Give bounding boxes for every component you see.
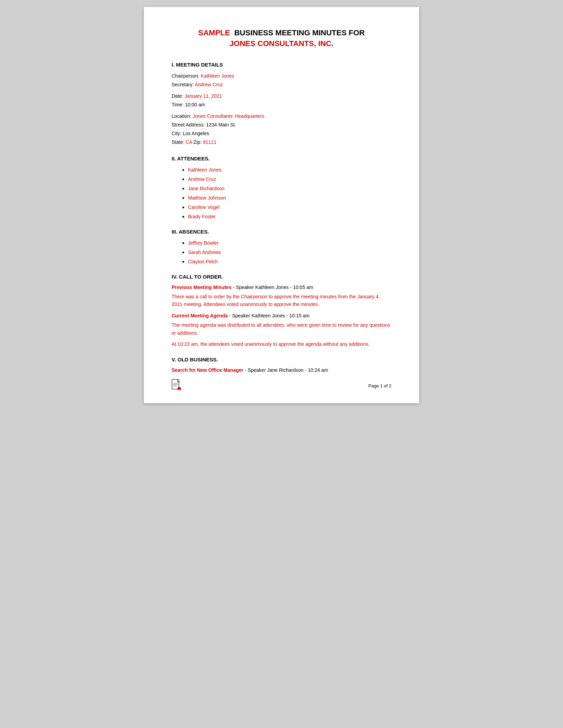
street-value: 1234 Main St. [206, 122, 236, 128]
location-value: Jones Consultants' Headquarters [193, 113, 265, 119]
street-label: Street Address: [172, 122, 206, 128]
list-item: Jane Richardson [182, 185, 391, 192]
meeting-details-heading: I. MEETING DETAILS [172, 62, 391, 68]
new-office-manager-rest: - Speaker Jane Richardson - 10:24 am [243, 367, 328, 373]
current-agenda-rest: - Speaker Kathleen Jones - 10:15 am [228, 313, 310, 318]
chairperson-label: Chairperson: [172, 73, 201, 79]
previous-minutes-bold: Previous Meeting Minutes [172, 284, 232, 290]
absences-section: III. ABSENCES. Jeffrey Bowler Sarah Andr… [172, 229, 391, 265]
chairperson-field: Chairperson: Kathleen Jones [172, 72, 391, 80]
current-agenda-body2: At 10:23 am, the attendees voted unanimo… [172, 340, 391, 348]
absences-list: Jeffrey Bowler Sarah Andrews Clayton Pel… [182, 239, 391, 265]
zip-value: 91111 [203, 139, 216, 145]
list-item: Andrew Cruz [182, 176, 391, 183]
city-label: City: [172, 131, 183, 136]
date-label: Date: [172, 93, 184, 99]
secretary-value: Andrew Cruz [195, 82, 223, 87]
list-item: Sarah Andrews [182, 249, 391, 256]
old-business-section: V. OLD BUSINESS. Search for New Office M… [172, 357, 391, 373]
street-field: Street Address: 1234 Main St. [172, 121, 391, 129]
secretary-label: Secretary: [172, 82, 195, 87]
city-value: Los Angeles [183, 131, 209, 136]
title-line2: JONES CONSULTANTS, INC. [172, 38, 391, 49]
list-item: Jeffrey Bowler [182, 239, 391, 247]
location-field: Location: Jones Consultants' Headquarter… [172, 113, 391, 120]
chairperson-value: Kathleen Jones [201, 73, 234, 79]
list-item: Clayton Pelch [182, 258, 391, 265]
current-agenda-body1: The meeting agenda was distributed to al… [172, 321, 391, 337]
page-footer: e Page 1 of 2 [172, 379, 391, 393]
document-icon: e [172, 379, 181, 393]
title-rest: BUSINESS MEETING MINUTES FOR [234, 28, 365, 37]
svg-text:e: e [179, 388, 180, 391]
time-value: 10:00 am [185, 102, 205, 107]
attendees-section: II. ATTENDEES. Kathleen Jones Andrew Cru… [172, 156, 391, 220]
list-item: Brady Foster [182, 213, 391, 220]
list-item: Caroline Vogel [182, 204, 391, 211]
list-item: Matthew Johnson [182, 194, 391, 202]
new-office-manager-subheading: Search for New Office Manager - Speaker … [172, 367, 391, 373]
document-title: SAMPLE BUSINESS MEETING MINUTES FOR JONE… [172, 28, 391, 49]
title-sample: SAMPLE [198, 28, 230, 37]
old-business-heading: V. OLD BUSINESS. [172, 357, 391, 362]
time-label: Time: [172, 102, 185, 107]
current-agenda-bold: Current Meeting Agenda [172, 313, 228, 318]
secretary-field: Secretary: Andrew Cruz [172, 81, 391, 88]
date-field: Date: January 11, 2021 [172, 93, 391, 100]
state-field: State: CA Zip: 91111 [172, 139, 391, 146]
meeting-details-section: I. MEETING DETAILS Chairperson: Kathleen… [172, 62, 391, 146]
previous-minutes-body: There was a call to order by the Chairpe… [172, 293, 391, 308]
call-to-order-heading: IV. CALL TO ORDER. [172, 274, 391, 280]
list-item: Kathleen Jones [182, 166, 391, 174]
location-label: Location: [172, 113, 193, 119]
date-value: January 11, 2021 [184, 93, 222, 99]
state-value: CA [185, 139, 192, 145]
time-field: Time: 10:00 am [172, 101, 391, 108]
attendees-heading: II. ATTENDEES. [172, 156, 391, 161]
document-page: SAMPLE BUSINESS MEETING MINUTES FOR JONE… [144, 7, 419, 403]
page-number: Page 1 of 2 [369, 383, 392, 388]
city-field: City: Los Angeles [172, 130, 391, 137]
absences-heading: III. ABSENCES. [172, 229, 391, 235]
call-to-order-section: IV. CALL TO ORDER. Previous Meeting Minu… [172, 274, 391, 348]
current-agenda-subheading: Current Meeting Agenda - Speaker Kathlee… [172, 313, 391, 318]
previous-minutes-rest: - Speaker Kathleen Jones - 10:05 am [232, 284, 313, 290]
previous-minutes-subheading: Previous Meeting Minutes - Speaker Kathl… [172, 284, 391, 290]
new-office-manager-bold: Search for New Office Manager [172, 367, 243, 373]
title-line1: SAMPLE BUSINESS MEETING MINUTES FOR [172, 28, 391, 38]
zip-label: Zip: [192, 139, 203, 145]
attendees-list: Kathleen Jones Andrew Cruz Jane Richards… [182, 166, 391, 220]
svg-rect-0 [172, 379, 179, 389]
state-label: State: [172, 139, 185, 145]
